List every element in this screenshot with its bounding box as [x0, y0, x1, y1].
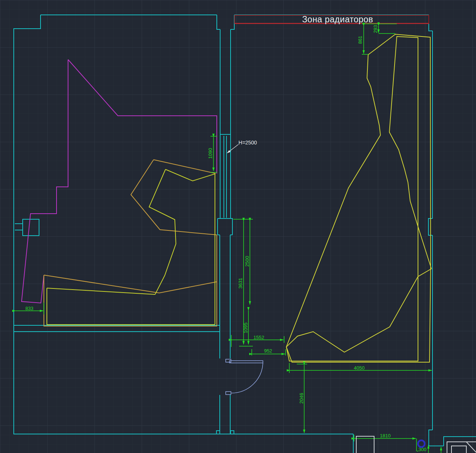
- wall-niche: [15, 219, 39, 236]
- yellow-zone-left-polyline[interactable]: [47, 169, 215, 325]
- dim-2500-label[interactable]: 2500: [245, 256, 250, 267]
- dim-4050-label[interactable]: 4050: [354, 366, 365, 370]
- fixture-outlines[interactable]: [356, 436, 476, 453]
- dim-861-label[interactable]: 861: [358, 36, 363, 44]
- shaft-inner: [451, 446, 466, 453]
- dim-833-label[interactable]: 833: [25, 306, 33, 311]
- circle-marker[interactable]: [418, 440, 425, 447]
- height-note[interactable]: H=2500: [238, 140, 257, 145]
- dim-293-label[interactable]: 293: [373, 25, 378, 33]
- dimension-lines[interactable]: [16, 24, 441, 453]
- radiator-zone-title[interactable]: Зона радиаторов: [302, 15, 373, 24]
- wall-lines[interactable]: [14, 15, 476, 453]
- dim-1810-label[interactable]: 1810: [380, 433, 391, 438]
- shaft-diagonal: [466, 442, 476, 453]
- cad-canvas[interactable]: Зона радиаторов H=2500 861 293 1090 2500…: [0, 0, 476, 453]
- dim-1095-label[interactable]: 1095: [243, 323, 248, 334]
- magenta-zone-polyline[interactable]: [22, 60, 217, 303]
- height-note-leader[interactable]: [227, 144, 238, 153]
- dim-1090-label[interactable]: 1090: [208, 148, 213, 159]
- dim-1552-label[interactable]: 1552: [254, 335, 264, 340]
- yellow-zone-right-polyline[interactable]: [286, 34, 431, 362]
- dim-952-label[interactable]: 952: [264, 348, 272, 353]
- floor-plan-drawing: [0, 0, 476, 453]
- dim-300-label[interactable]: 300: [418, 447, 427, 452]
- window-divider: [220, 134, 231, 218]
- dim-3631-label[interactable]: 3631: [238, 278, 243, 289]
- door-swing[interactable]: [226, 359, 263, 395]
- orange-zone-polyline[interactable]: [44, 160, 217, 326]
- dim-2046-label[interactable]: 2046: [299, 393, 304, 404]
